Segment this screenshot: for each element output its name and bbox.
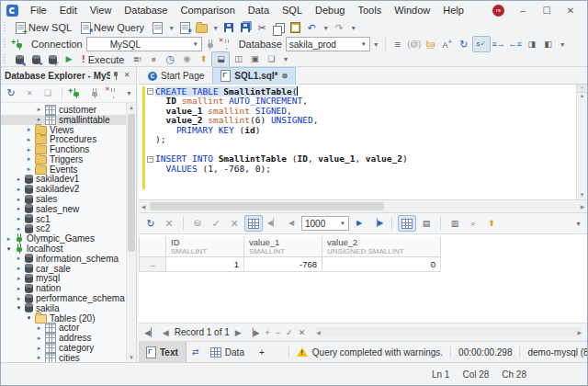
duplicate-button[interactable]: ❏ xyxy=(40,86,56,101)
delete-record-icon[interactable]: − xyxy=(276,328,280,337)
tree-item-sakila[interactable]: ▾sakila xyxy=(1,303,127,313)
expand-arrow-icon[interactable]: ▸ xyxy=(16,205,22,212)
expand-arrow-icon[interactable]: ▸ xyxy=(26,136,32,143)
tree-item-sc2[interactable]: ▸sc2 xyxy=(1,224,127,234)
expand-arrow-icon[interactable]: ▸ xyxy=(36,324,42,332)
sql-editor[interactable]: −CREATE TABLE SmallintTable( ID smallint… xyxy=(139,85,587,199)
rollback-button[interactable]: ✕ xyxy=(226,216,243,231)
grid-cell[interactable]: -768 xyxy=(244,257,322,272)
tree-item-nation[interactable]: ▸nation xyxy=(1,283,127,293)
tree-item-procedures[interactable]: ▸Procedures xyxy=(1,134,127,144)
export-data-button[interactable]: ⬆ xyxy=(195,52,211,67)
explorer-overflow-dropdown[interactable]: ▼ xyxy=(123,86,134,101)
expand-arrow-icon[interactable]: ▸ xyxy=(16,275,22,282)
tree-item-cities[interactable]: ▸cities xyxy=(1,353,127,362)
delete-button[interactable]: ✕ xyxy=(21,86,38,101)
execute-button[interactable]: ! Execute xyxy=(77,52,129,66)
disconnect-button[interactable] xyxy=(219,37,235,51)
tab-data[interactable]: Data xyxy=(203,342,252,362)
menu-file[interactable]: File xyxy=(24,3,53,17)
new-document-button[interactable] xyxy=(149,20,165,35)
column-chooser-button[interactable]: ▥ xyxy=(447,216,463,231)
column-header-value-1[interactable]: value_1SMALLINT xyxy=(244,236,322,257)
paste-button[interactable] xyxy=(287,20,303,35)
expand-arrow-icon[interactable]: ▸ xyxy=(6,235,12,243)
toolbar-overflow-dropdown[interactable]: ▼ xyxy=(557,37,568,51)
editor-vertical-scrollbar[interactable]: ÷ ▲ ▼ xyxy=(576,85,587,199)
new-sql-button[interactable]: New SQL xyxy=(11,21,76,35)
expand-arrow-icon[interactable]: ▸ xyxy=(26,165,32,173)
menu-sql[interactable]: SQL xyxy=(276,3,309,17)
save-all-button[interactable] xyxy=(237,20,254,35)
next-record-icon[interactable]: ▶ xyxy=(235,328,242,337)
scroll-left-icon[interactable]: ◀ xyxy=(139,203,148,210)
fold-gutter[interactable] xyxy=(147,116,155,126)
open-folder-button[interactable] xyxy=(193,20,209,35)
execute-script-button[interactable]: ≣! xyxy=(129,52,145,67)
tree-item-events[interactable]: ▸Events xyxy=(1,165,127,175)
tab-add[interactable]: + xyxy=(252,342,272,362)
cancel-edit-icon[interactable]: ✕ xyxy=(299,328,306,337)
first-record-icon[interactable]: ◀▏ xyxy=(144,328,157,337)
toolbar-overflow-dropdown[interactable]: ▼ xyxy=(279,52,290,67)
page-size-select[interactable]: 1000 ▼ xyxy=(301,216,349,231)
expand-arrow-icon[interactable]: ▸ xyxy=(16,285,22,292)
close-button[interactable]: ✕ xyxy=(565,6,576,16)
query-status[interactable]: Query completed with warnings. xyxy=(288,346,450,358)
menu-view[interactable]: View xyxy=(84,3,119,17)
search-grid-button[interactable]: ⌕ xyxy=(465,216,481,231)
tree-item-customer[interactable]: ▸customer xyxy=(1,105,127,115)
tree-item-sakiladev1[interactable]: ▸sakiladev1 xyxy=(1,175,127,185)
last-record-icon[interactable]: ▕▶ xyxy=(247,328,260,337)
tree-item-views[interactable]: ▸Views xyxy=(1,125,127,135)
expand-arrow-icon[interactable]: ▸ xyxy=(16,265,22,272)
redo-dropdown[interactable]: ▼ xyxy=(347,20,358,35)
tab-start-page[interactable]: Start Page xyxy=(141,68,211,84)
tree-item-triggers[interactable]: ▸Triggers xyxy=(1,154,127,165)
expand-arrow-icon[interactable]: ▾ xyxy=(6,245,12,253)
fold-gutter[interactable]: − xyxy=(147,86,155,96)
connect-button[interactable] xyxy=(202,37,219,51)
menu-help[interactable]: Help xyxy=(436,3,470,17)
results-overflow-dropdown[interactable]: ▼ xyxy=(572,216,583,231)
expand-arrow-icon[interactable]: ▾ xyxy=(16,304,22,312)
menu-window[interactable]: Window xyxy=(388,3,436,17)
card-view-button[interactable]: ▤ xyxy=(418,216,435,231)
apply-changes-button[interactable]: ⛁ xyxy=(189,216,206,231)
export-grid-button[interactable]: ⬆ xyxy=(483,216,500,231)
tree-item-information-schema[interactable]: ▸information_schema xyxy=(1,254,127,264)
indent-button[interactable]: ≡→ xyxy=(491,37,507,51)
tree-item-address[interactable]: ▸address xyxy=(1,333,127,343)
tree-item-sales[interactable]: ▸sales xyxy=(1,194,127,204)
open-editor-button[interactable]: ◧ xyxy=(540,37,557,51)
previous-record-icon[interactable]: ◀ xyxy=(163,328,169,337)
tree-scrollbar[interactable]: ▲ ▼ xyxy=(126,103,136,362)
open-file-button[interactable] xyxy=(176,20,193,35)
expand-arrow-icon[interactable]: ▸ xyxy=(36,345,42,352)
connect-button[interactable] xyxy=(86,86,103,101)
expand-arrow-icon[interactable]: ▸ xyxy=(16,215,22,222)
fold-gutter[interactable] xyxy=(147,126,155,136)
toolbar-grip[interactable] xyxy=(4,22,8,34)
tree-item-category[interactable]: ▸category xyxy=(1,343,127,353)
comment-button[interactable]: ≡ xyxy=(390,37,406,51)
cancel-button[interactable]: ✕ xyxy=(161,216,177,231)
copy-button[interactable] xyxy=(270,20,287,35)
uppercase-button[interactable]: A+ xyxy=(439,37,456,51)
user-avatar[interactable]: rs xyxy=(492,5,504,17)
first-page-button[interactable]: ◀▏ xyxy=(265,216,281,231)
tree-item-localhost[interactable]: ▾localhost xyxy=(1,244,127,254)
expand-arrow-icon[interactable]: ▸ xyxy=(16,196,22,203)
run-button[interactable]: ▶ xyxy=(61,52,77,67)
new-window-button[interactable]: ❏ xyxy=(263,52,279,67)
grid-horizontal-scrollbar[interactable]: ◀ ▶ xyxy=(316,327,582,337)
format-sql-button[interactable]: s✓ xyxy=(472,36,491,52)
expand-arrow-icon[interactable]: ▸ xyxy=(16,176,22,183)
undo-dropdown[interactable]: ▼ xyxy=(320,20,331,35)
last-page-button[interactable]: ▕▶ xyxy=(369,216,386,231)
expand-arrow-icon[interactable]: ▾ xyxy=(26,314,32,322)
grid-cell[interactable]: 0 xyxy=(322,257,441,272)
scroll-left-icon[interactable]: ◀ xyxy=(316,329,321,335)
new-document-dropdown[interactable]: ▼ xyxy=(165,20,176,35)
column-header-value-2[interactable]: value_2UNSIGNED SMALLINT xyxy=(322,236,441,257)
